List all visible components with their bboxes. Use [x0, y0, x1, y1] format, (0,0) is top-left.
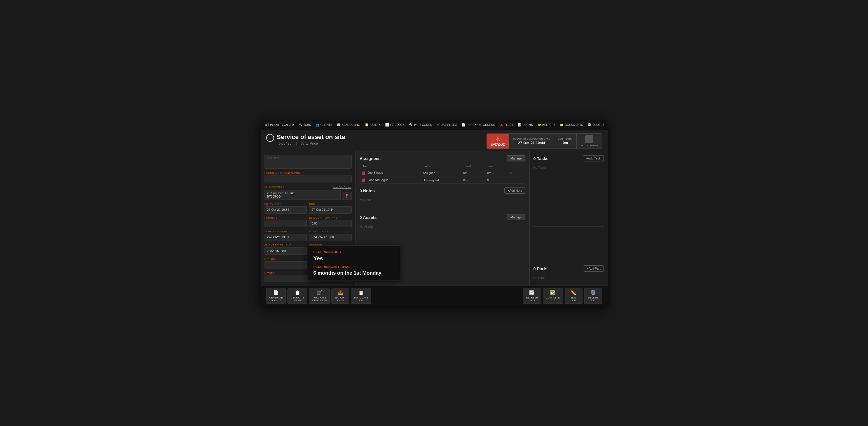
purchase-orders-button[interactable]: 🛒 PURCHASEORDERS (0): [309, 288, 330, 304]
nav-jobs[interactable]: 🔧 JOBS: [297, 122, 313, 128]
assignee-travel: 0m: [461, 169, 485, 177]
recurring-interval-label: RECURRING INTERVAL: [313, 265, 394, 268]
schedule-end-label: SCHEDULE END: [309, 230, 351, 233]
parts-section: 0 Parts +Add Part No Parts: [533, 265, 604, 282]
assignee-name: John McCague: [368, 178, 389, 181]
assignee-time: 0m: [485, 177, 505, 183]
add-part-button[interactable]: +Add Part: [584, 265, 603, 272]
divider: [360, 209, 525, 209]
user-color-dot: [362, 172, 365, 175]
assignees-manage-button[interactable]: Manage: [507, 155, 525, 162]
site-address-section: SITE ADDRESS View Site Details 26 Summer…: [265, 185, 351, 200]
suppliers-icon: 🛒: [436, 123, 440, 127]
add-note-button[interactable]: +Add Note: [504, 188, 525, 194]
status-cards: ⚠ OVERDUE REQUIRED COMPLETION DATE 27-Oc…: [487, 134, 602, 149]
not-started-label: NOT STARTED: [581, 144, 598, 147]
nav-forms[interactable]: 📝 FORMS: [516, 122, 535, 128]
notes-field[interactable]: See notes: [265, 155, 351, 169]
col-travel: Travel: [461, 164, 485, 169]
nav-scheduling[interactable]: 📅 SCHEDULING: [335, 122, 362, 128]
dates-row: ENTRY DATE 27-Oct-21 10:34 RCD 27-Oct-21…: [265, 203, 351, 214]
generate-quote-button[interactable]: 📋 GENERATEQUOTE: [287, 288, 307, 304]
schedule-row: SCHEDULE START 27-Oct-21 13:01 SCHEDULE …: [265, 230, 351, 241]
site-address-label: SITE ADDRESS: [265, 185, 285, 188]
tasks-title: 0 Tasks: [533, 156, 549, 161]
edit-label: EDITJOB: [570, 296, 576, 302]
forms-icon: 📝: [518, 123, 522, 127]
refresh-data-button[interactable]: 🔄 REFRESHDATA: [523, 288, 541, 304]
recurring-job-value: Yes: [313, 255, 394, 262]
schedule-start-label: SCHEDULE START: [265, 230, 307, 233]
location-icon[interactable]: 📍: [342, 192, 351, 200]
telephone-value: 26829451889: [265, 248, 307, 255]
generate-invoice-button[interactable]: 📄 GENERATEINVOICE: [266, 288, 286, 304]
assets-empty: No Assets: [360, 223, 525, 230]
rcd-value: 27-Oct-21 10:44: [518, 141, 545, 145]
purchase-orders-label: PURCHASEORDERS (0): [312, 296, 327, 302]
site-address-field: 26 Summerhill ParkBT205QQ: [265, 190, 341, 200]
export-files-label: EXPORTFILES: [335, 296, 346, 302]
overdue-card: ⚠ OVERDUE: [487, 134, 509, 148]
duplicate-job-icon: 📋: [358, 290, 364, 295]
tasks-empty: No Tasks: [533, 164, 604, 172]
nav-fe-codes[interactable]: 📊 FE CODES: [383, 122, 406, 128]
right-panel: 0 Tasks +Add Task No Tasks 0 Parts +Add …: [529, 151, 608, 286]
nav-part-codes[interactable]: 🔩 PART CODES: [407, 122, 434, 128]
delete-job-button[interactable]: 🗑️ DELETEJOB: [584, 288, 602, 304]
export-files-button[interactable]: 📤 EXPORTFILES: [332, 288, 349, 304]
rcd-label: REQUIRED COMPLETION DATE: [513, 138, 550, 140]
assignee-name: Joe Bloggs: [368, 171, 383, 174]
remove-assignee-button[interactable]: ✕: [508, 171, 514, 175]
nav-fleet[interactable]: 🚗 FLEET: [497, 122, 515, 128]
job-number: J-00436: [279, 141, 292, 145]
po-field[interactable]: [265, 175, 351, 182]
client-name: A. L. Price: [301, 141, 318, 145]
col-time: Time: [485, 164, 505, 169]
documents-icon: 📁: [560, 123, 564, 127]
edit-job-button[interactable]: ✏️ EDITJOB: [565, 288, 583, 304]
overdue-label: OVERDUE: [491, 143, 505, 146]
nav-assets[interactable]: 📋 ASSETS: [363, 122, 383, 128]
table-row: John McCague Unassigned 0m 0m: [360, 177, 525, 183]
recurring-interval-value: 6 months on the 1st Monday: [313, 270, 394, 276]
hours-label: JOB HOURS: [558, 138, 572, 140]
nav-clients[interactable]: 👥 CLIENTS: [313, 122, 334, 128]
generate-invoice-label: GENERATEINVOICE: [269, 296, 283, 302]
delete-label: DELETEJOB: [588, 296, 598, 302]
nav-suppliers[interactable]: 🛒 SUPPLIERS: [434, 122, 459, 128]
assignee-time: 0m: [485, 169, 505, 177]
purchase-orders-icon: 📄: [462, 123, 465, 127]
add-task-button[interactable]: +Add Task: [583, 155, 603, 162]
duplicate-job-button[interactable]: 📋 DUPLICATEJOB: [351, 288, 371, 304]
po-section: PURCHASE ORDER NUMBER: [265, 172, 351, 182]
complete-job-button[interactable]: ✅ COMPLETEJOB: [543, 288, 563, 304]
nav-purchase-orders[interactable]: 📄 PURCHASE ORDERS: [460, 122, 497, 128]
priority-label: PRIORITY: [265, 216, 307, 219]
notes-title: 0 Notes: [360, 188, 375, 193]
assets-title: 0 Assets: [360, 215, 377, 220]
refresh-label: REFRESHDATA: [526, 296, 538, 302]
est-duration-label: EST. DURATION (HRS): [309, 216, 351, 219]
view-site-link[interactable]: View Site Details: [333, 186, 351, 189]
nav-quotes[interactable]: 💬 QUOTES: [586, 122, 606, 128]
nav-documents[interactable]: 📁 DOCUMENTS: [558, 122, 585, 128]
assets-manage-button[interactable]: Manage: [507, 214, 525, 220]
notes-section: See notes: [265, 155, 351, 169]
table-row: Joe Bloggs Assigned 0m 0m ✕: [360, 169, 525, 177]
back-button[interactable]: ←: [266, 134, 274, 142]
generate-invoice-icon: 📄: [273, 290, 279, 295]
nav-invoices[interactable]: 🧾 INVOICES: [607, 122, 608, 128]
helpers-icon: 🤝: [537, 123, 541, 127]
assets-icon: 📋: [365, 123, 369, 127]
notes-section: 0 Notes +Add Note No Notes: [360, 188, 525, 204]
quotes-icon: 💬: [588, 123, 591, 127]
schedule-end-value: 27-Oct-21 16:00: [309, 234, 351, 241]
not-started-card: NOT STARTED: [577, 134, 601, 148]
nav-helpers[interactable]: 🤝 HELPERS: [535, 122, 558, 128]
refresh-icon: 🔄: [529, 290, 535, 295]
assignees-table: User Status Travel Time J: [360, 164, 525, 183]
page-title: Service of asset on site: [277, 134, 345, 141]
top-navigation: ITS PLANT TECH LTD 🔧 JOBS 👥 CLIENTS 📅 SC…: [260, 120, 608, 130]
parts-empty: No Parts: [533, 274, 604, 282]
complete-icon: ✅: [550, 290, 556, 295]
